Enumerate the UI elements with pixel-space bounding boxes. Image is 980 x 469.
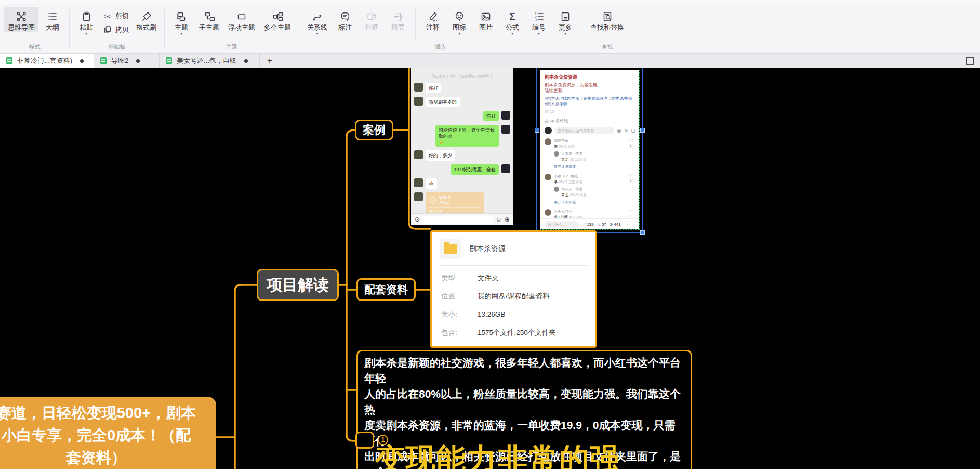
tab-document-3[interactable]: 美女号还...包，自取 [160,54,260,68]
selection-handle-right[interactable] [640,128,645,133]
numbering-icon: 123 [533,9,545,23]
ribbon-group-find: 查找和替换 查找 [582,4,632,53]
format-painter-icon [141,9,152,23]
image-button[interactable]: 图片 [473,7,498,32]
emoji-icon: ☺ [496,216,502,223]
relationship-line-button[interactable]: 关系线 ▾ [303,7,331,36]
avatar [545,127,552,134]
xhs-footer-bar: 说点什么... ♡139 ☆57 ⊙448 [540,218,639,229]
topic-node-empty[interactable] [355,432,374,449]
subtopic-icon [204,9,215,23]
unsaved-dot-indicator [244,59,248,63]
chat-text-field [422,216,493,224]
subtopic-button[interactable]: 子主题 [195,7,223,32]
numbering-label: 编号 [532,23,546,32]
callout-icon [339,9,351,23]
xiaohongshu-screenshot-selected[interactable]: 剧本杀免费资源 剧本杀免费资源，为爱发电陆续更新 #剧本杀 #找剧本杀 #免费资… [536,68,643,233]
multiple-topics-button[interactable]: 多个主题 [260,7,295,32]
new-tab-button[interactable]: + [260,54,280,68]
file-type-value: 文件夹 [478,272,499,284]
window-titlebar [0,0,980,4]
chevron-down-icon: ▾ [538,32,540,36]
avatar [545,174,551,180]
chevron-down-icon: ▾ [180,32,182,36]
ribbon-group-insert: 关系线 ▾ 标注 外框 ≡} 概要 [299,4,582,53]
voice-icon: ⊙ [415,216,420,223]
boundary-label: 外框 [365,23,378,32]
ribbon-group-topic: 主题 ▾ 子主题 浮动主题 多个主题 主题 [165,4,299,53]
find-replace-label: 查找和替换 [590,23,624,32]
file-attachment-card[interactable]: 剧本杀资源 类型: 文件夹 位置: 我的网盘/课程配套资料 大小: 13.26G… [430,230,597,348]
mindmap-canvas[interactable]: 你已添加了对方，现在可以开始聊天了 你好 领取剧本杀的 你好 想给你说下哈，这个… [0,68,980,469]
numbering-button[interactable]: 123 编号 ▾ [526,7,551,36]
note-button[interactable]: 注释 [420,7,445,32]
mindmap-mode-button[interactable]: 思维导图 [4,7,38,32]
avatar [554,151,559,157]
ribbon-group-clipboard: 粘贴 ▾ ✂ 剪切 拷贝 格式刷 [70,4,164,53]
subtopic-label: 子主题 [199,23,219,32]
chat-bubble: 你好 [426,83,441,93]
floating-topic-icon [236,9,247,23]
formula-button[interactable]: Σ 公式 ▾ [500,7,525,36]
cut-button[interactable]: ✂ 剪切 [102,11,129,21]
ribbon-group-mode: 思维导图 大纲 模式 [0,4,69,53]
big-heading-text[interactable]: 变现能力非常的强 [375,439,620,469]
summary-button[interactable]: ≡} 概要 [386,7,410,32]
find-replace-button[interactable]: 查找和替换 [587,7,628,32]
more-insert-button[interactable]: 更多 ▾ [553,7,578,36]
paste-button[interactable]: 粘贴 ▾ [74,7,99,36]
expand-replies-link: 展开 2 条回复 [554,164,624,170]
avatar [501,164,510,173]
paste-label: 粘贴 [80,23,93,32]
boundary-button[interactable]: 外框 [359,7,384,32]
root-topic-node[interactable]: 赛道，日轻松变现500+，剧本 小白专享，完全0成本！（配 套资料） [0,397,216,469]
selection-handle-bottom-right[interactable] [640,230,645,235]
wechat-chat-screenshot[interactable]: 你已添加了对方，现在可以开始聊天了 你好 领取剧本杀的 你好 想给你说下哈，这个… [411,68,513,225]
at-icon: ◎ [617,128,621,133]
file-location-value: 我的网盘/课程配套资料 [478,291,550,302]
outline-mode-button[interactable]: 大纲 [40,7,65,32]
chat-bubble: 领取剧本杀的 [426,97,460,107]
heart-icon: ♡ [629,209,632,214]
file-size-label: 大小: [441,309,478,320]
multiple-topics-label: 多个主题 [264,23,291,32]
heart-icon: ♡ [629,138,632,143]
group-label-clipboard: 剪贴板 [74,43,160,53]
copy-button[interactable]: 拷贝 [102,24,129,35]
document-icon [166,57,172,64]
tab-3-title: 美女号还...包，自取 [177,56,236,66]
xhs-say-something-input: 说点什么... [545,221,579,228]
topic-icon [176,9,187,23]
emoji-smiley-icon: ☺ [439,139,496,145]
chat-bubble: 你好 [483,111,499,121]
floating-topic-button[interactable]: 浮动主题 [224,7,259,32]
icon-marker-button[interactable]: 图标 ▾ [447,7,472,36]
topic-node-case[interactable]: 案例 [355,120,393,140]
avatar [501,125,510,134]
unsaved-dot-indicator [136,59,140,63]
file-card-title: 剧本杀资源 [469,244,506,254]
ribbon-toolbar: 思维导图 大纲 模式 粘贴 ▾ ✂ 剪切 [0,4,980,54]
tab-document-2[interactable]: 导图2 [94,54,160,68]
xhs-comments-count: 共148条评论 [545,118,635,124]
image-icon [480,9,492,23]
document-icon [100,57,107,64]
avatar [414,150,423,159]
document-icon [6,57,12,64]
folder-icon [440,239,461,259]
chevron-down-icon: ▾ [564,32,566,36]
topic-button[interactable]: 主题 ▾ [169,7,194,36]
avatar [414,192,423,201]
copy-label: 拷贝 [115,25,129,34]
tab-document-1[interactable]: 非常冷门...套资料) [0,54,94,68]
group-label-mode: 模式 [4,43,65,53]
selection-handle-left[interactable] [535,128,539,133]
summary-icon: ≡} [394,9,403,23]
tab-overview-icon[interactable] [966,57,974,65]
topic-node-project[interactable]: 项目解读 [257,269,339,301]
smiley-pin-icon [454,9,465,23]
topic-node-materials[interactable]: 配套资料 [356,278,416,301]
callout-button[interactable]: 标注 [333,7,357,32]
format-painter-button[interactable]: 格式刷 [133,7,160,32]
ribbon-inner-separator [415,9,416,39]
